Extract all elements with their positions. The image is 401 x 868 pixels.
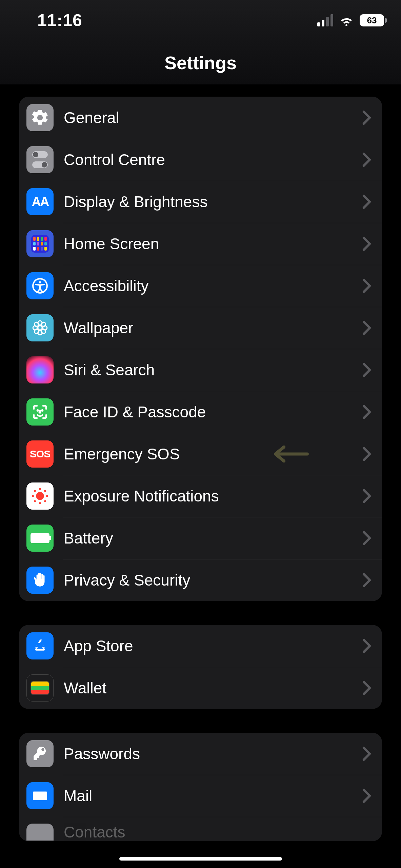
settings-row-home-screen[interactable]: Home Screen (19, 223, 382, 265)
chevron-right-icon (361, 573, 373, 588)
settings-row-battery[interactable]: Battery (19, 517, 382, 559)
chevron-right-icon (361, 447, 373, 461)
settings-screen: 11:16 63 Settings General (0, 0, 401, 868)
chevron-right-icon (361, 110, 373, 125)
settings-row-contacts[interactable]: Contacts (19, 817, 382, 841)
settings-row-wallet[interactable]: Wallet (19, 667, 382, 709)
chevron-right-icon (361, 278, 373, 293)
contacts-icon (26, 824, 54, 841)
wifi-icon (339, 13, 354, 27)
status-time: 11:16 (37, 11, 82, 30)
settings-row-label: Exposure Notifications (64, 487, 361, 505)
settings-row-accessibility[interactable]: Accessibility (19, 265, 382, 307)
key-icon (26, 740, 54, 767)
chevron-right-icon (361, 531, 373, 546)
settings-row-label: Battery (64, 529, 361, 547)
chevron-right-icon (361, 362, 373, 377)
chevron-right-icon (361, 489, 373, 504)
hand-icon (26, 567, 54, 594)
svg-point-11 (37, 410, 38, 411)
settings-row-control-centre[interactable]: Control Centre (19, 139, 382, 181)
app-store-icon (26, 632, 54, 659)
settings-row-mail[interactable]: Mail (19, 775, 382, 817)
settings-group-accounts: Passwords Mail Contacts (19, 733, 382, 841)
chevron-right-icon (361, 405, 373, 419)
settings-row-app-store[interactable]: App Store (19, 625, 382, 667)
exposure-icon (26, 482, 54, 510)
svg-point-18 (46, 495, 48, 497)
svg-point-19 (34, 490, 36, 492)
chevron-right-icon (361, 152, 373, 167)
settings-row-label: Emergency SOS (64, 445, 361, 463)
gear-icon (26, 104, 54, 131)
settings-group-system: General Control Centre AA Display & Brig… (19, 97, 382, 601)
apps-grid-icon (26, 230, 54, 257)
settings-row-label: General (64, 108, 361, 127)
svg-point-2 (38, 326, 42, 330)
chevron-right-icon (361, 788, 373, 803)
settings-row-siri-search[interactable]: Siri & Search (19, 349, 382, 391)
settings-row-general[interactable]: General (19, 97, 382, 139)
home-indicator[interactable] (119, 857, 282, 861)
battery-indicator: 63 (360, 14, 384, 26)
settings-row-label: Control Centre (64, 151, 361, 169)
accessibility-icon (26, 272, 54, 299)
settings-row-exposure-notifications[interactable]: Exposure Notifications (19, 475, 382, 517)
settings-row-label: App Store (64, 637, 361, 655)
page-title: Settings (164, 52, 237, 73)
settings-row-privacy-security[interactable]: Privacy & Security (19, 559, 382, 601)
text-size-icon: AA (26, 188, 54, 215)
svg-point-22 (44, 500, 46, 502)
battery-icon (26, 525, 54, 552)
settings-row-display-brightness[interactable]: AA Display & Brightness (19, 181, 382, 223)
settings-row-passwords[interactable]: Passwords (19, 733, 382, 775)
settings-row-label: Contacts (64, 823, 373, 841)
settings-row-label: Siri & Search (64, 361, 361, 379)
chevron-right-icon (361, 194, 373, 209)
flower-icon (26, 314, 54, 341)
settings-row-face-id[interactable]: Face ID & Passcode (19, 391, 382, 433)
svg-point-20 (44, 490, 46, 492)
settings-content[interactable]: General Control Centre AA Display & Brig… (0, 97, 401, 868)
settings-row-label: Mail (64, 787, 361, 805)
settings-row-label: Privacy & Security (64, 571, 361, 589)
settings-row-label: Face ID & Passcode (64, 403, 361, 421)
wallet-icon (26, 674, 54, 702)
settings-row-label: Wallpaper (64, 319, 361, 337)
settings-row-label: Passwords (64, 745, 361, 763)
chevron-right-icon (361, 746, 373, 761)
chevron-right-icon (361, 320, 373, 335)
settings-row-label: Home Screen (64, 235, 361, 253)
svg-point-14 (36, 492, 44, 500)
chevron-right-icon (361, 236, 373, 251)
status-indicators: 63 (317, 13, 384, 27)
battery-percent: 63 (360, 14, 384, 26)
status-bar: 11:16 63 (0, 0, 401, 41)
siri-icon (26, 356, 54, 383)
settings-row-label: Accessibility (64, 277, 361, 295)
chevron-right-icon (361, 638, 373, 653)
toggles-icon (26, 146, 54, 173)
navbar: Settings (0, 41, 401, 85)
svg-point-12 (42, 410, 43, 411)
settings-row-emergency-sos[interactable]: SOS Emergency SOS (19, 433, 382, 475)
settings-group-store: App Store Wallet (19, 625, 382, 709)
svg-point-1 (39, 281, 41, 283)
chevron-right-icon (361, 680, 373, 695)
settings-row-label: Wallet (64, 679, 361, 697)
sos-icon: SOS (26, 440, 54, 468)
svg-point-21 (34, 500, 36, 502)
settings-row-wallpaper[interactable]: Wallpaper (19, 307, 382, 349)
svg-point-15 (39, 488, 41, 490)
mail-icon (26, 782, 54, 809)
face-id-icon (26, 398, 54, 426)
settings-row-label: Display & Brightness (64, 193, 361, 211)
svg-point-17 (32, 495, 34, 497)
cellular-signal-icon (317, 14, 333, 26)
svg-point-16 (39, 502, 41, 504)
arrow-left-hint-icon (272, 444, 309, 464)
